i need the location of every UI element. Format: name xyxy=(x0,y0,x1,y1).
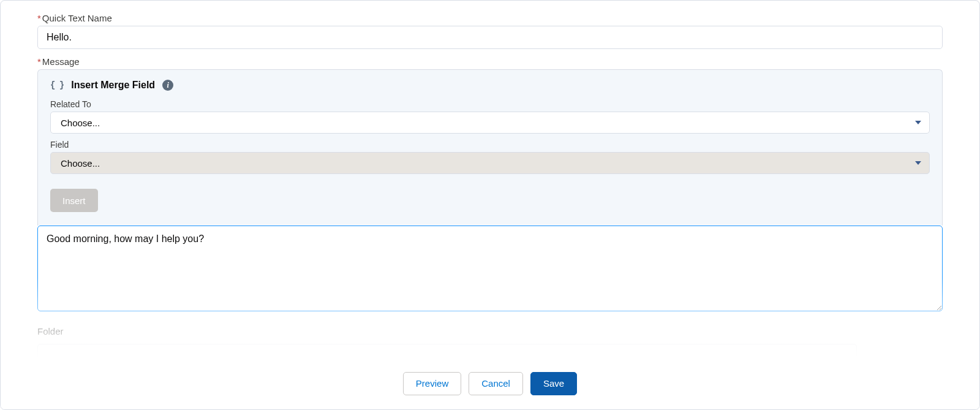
related-to-label: Related To xyxy=(50,99,930,109)
message-label: *Message xyxy=(37,56,943,67)
info-icon[interactable]: i xyxy=(162,80,173,91)
chevron-down-icon xyxy=(915,161,921,165)
related-to-combobox[interactable]: Choose... xyxy=(50,112,930,134)
related-to-placeholder: Choose... xyxy=(61,118,100,128)
chevron-down-icon xyxy=(915,121,921,124)
field-combobox: Choose... xyxy=(50,152,930,174)
field-combobox-value: Choose... xyxy=(50,152,930,174)
quick-text-name-label-text: Quick Text Name xyxy=(42,13,112,23)
quick-text-name-input[interactable] xyxy=(37,26,943,49)
message-label-text: Message xyxy=(42,56,80,67)
message-textarea[interactable] xyxy=(37,226,943,311)
modal-footer: Preview Cancel Save xyxy=(1,357,979,409)
merge-panel-title: Insert Merge Field xyxy=(71,80,155,91)
folder-input[interactable] xyxy=(37,344,857,357)
insert-button: Insert xyxy=(50,189,98,212)
field-placeholder: Choose... xyxy=(61,158,100,169)
required-star-icon: * xyxy=(37,13,41,23)
folder-label: Folder xyxy=(37,326,943,336)
merge-panel-header: { } Insert Merge Field i xyxy=(50,80,930,91)
field-label: Field xyxy=(50,140,930,150)
modal-body: *Quick Text Name *Message { } Insert Mer… xyxy=(1,1,979,357)
merge-field-icon: { } xyxy=(50,80,64,90)
preview-button[interactable]: Preview xyxy=(403,372,461,395)
save-button[interactable]: Save xyxy=(530,372,577,395)
quick-text-name-label: *Quick Text Name xyxy=(37,13,943,23)
cancel-button[interactable]: Cancel xyxy=(469,372,523,395)
required-star-icon: * xyxy=(37,56,41,67)
quick-text-modal: *Quick Text Name *Message { } Insert Mer… xyxy=(0,0,980,410)
message-row: *Message { } Insert Merge Field i Relate… xyxy=(37,56,943,311)
quick-text-name-row: *Quick Text Name xyxy=(37,13,943,49)
folder-row: Folder Select Folder xyxy=(37,326,943,357)
insert-merge-field-panel: { } Insert Merge Field i Related To Choo… xyxy=(37,69,943,226)
related-to-combobox-value[interactable]: Choose... xyxy=(50,112,930,134)
